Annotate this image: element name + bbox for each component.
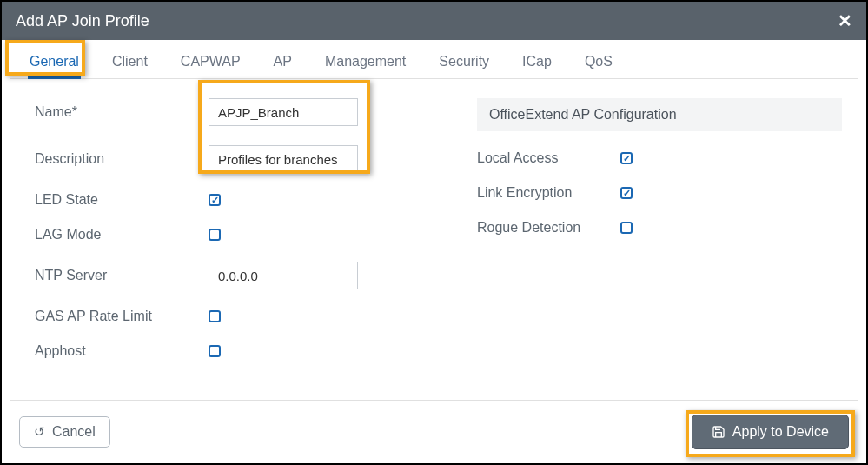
tab-client[interactable]: Client [110,49,149,78]
cancel-button-label: Cancel [52,424,96,440]
lag-mode-checkbox[interactable] [209,229,221,241]
local-access-label: Local Access [477,150,620,166]
lag-mode-label: LAG Mode [35,227,209,242]
tab-general[interactable]: General [28,49,81,78]
modal-titlebar: Add AP Join Profile ✕ [2,2,866,40]
tab-security[interactable]: Security [437,49,491,78]
right-column: OfficeExtend AP Configuration Local Acce… [477,98,842,391]
modal-body: Name* Description LED State LAG Mode NTP… [2,79,866,400]
gas-rate-limit-label: GAS AP Rate Limit [35,309,209,324]
cancel-button[interactable]: ↺ Cancel [19,416,110,448]
apply-to-device-button[interactable]: Apply to Device [692,415,849,449]
add-ap-join-profile-modal: Add AP Join Profile ✕ GeneralClientCAPWA… [0,0,868,465]
left-column: Name* Description LED State LAG Mode NTP… [35,98,442,391]
led-state-checkbox[interactable] [209,194,221,206]
tab-qos[interactable]: QoS [583,49,614,78]
tab-management[interactable]: Management [323,49,407,78]
save-icon [712,425,726,439]
name-input[interactable] [209,98,358,126]
ntp-server-input[interactable] [209,262,358,289]
officeextend-section-title: OfficeExtend AP Configuration [477,98,842,131]
local-access-checkbox[interactable] [620,152,633,164]
gas-rate-limit-checkbox[interactable] [209,310,221,322]
link-encryption-label: Link Encryption [477,185,620,201]
undo-icon: ↺ [34,424,45,440]
ntp-server-label: NTP Server [35,268,209,283]
rogue-detection-checkbox[interactable] [620,222,633,234]
tab-capwap[interactable]: CAPWAP [179,49,242,78]
apphost-label: Apphost [35,343,209,359]
modal-title: Add AP Join Profile [16,12,149,30]
description-input[interactable] [209,145,358,173]
tab-ap[interactable]: AP [272,49,294,78]
apphost-checkbox[interactable] [209,345,221,357]
tab-bar: GeneralClientCAPWAPAPManagementSecurityI… [10,40,858,79]
modal-footer: ↺ Cancel Apply to Device [2,401,866,463]
name-label: Name* [35,104,209,120]
close-icon[interactable]: ✕ [838,10,852,31]
description-label: Description [35,151,209,167]
tab-icap[interactable]: ICap [520,49,553,78]
apply-button-label: Apply to Device [732,424,829,440]
link-encryption-checkbox[interactable] [620,187,633,199]
rogue-detection-label: Rogue Detection [477,220,620,236]
led-state-label: LED State [35,192,209,208]
